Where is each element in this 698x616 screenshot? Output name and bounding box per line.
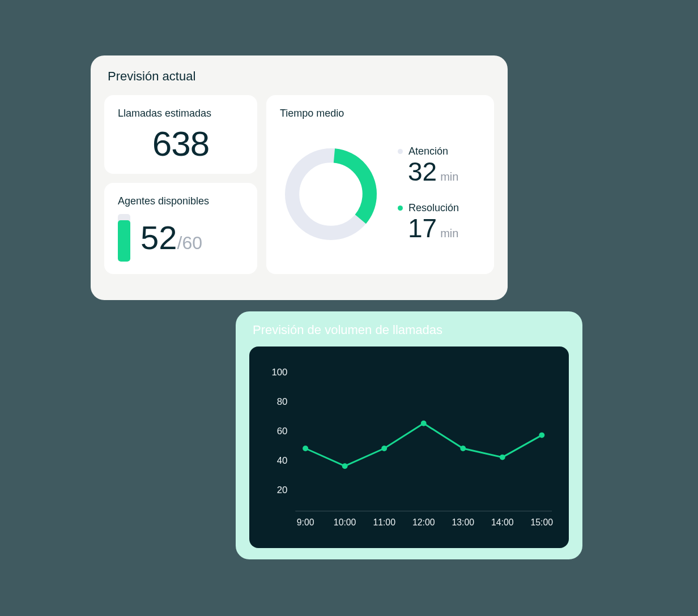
legend-attention-label: Atención <box>408 146 448 157</box>
y-tick-label: 60 <box>277 426 288 437</box>
avg-time-label: Tiempo medio <box>280 108 480 119</box>
donut-svg <box>280 143 382 245</box>
agents-row: 52/60 <box>118 214 244 262</box>
chart-point <box>421 421 427 426</box>
chart-point <box>500 455 505 460</box>
donut-chart <box>280 143 382 245</box>
legend-resolution-value-row: 17min <box>398 214 459 243</box>
legend-resolution: Resolución 17min <box>398 202 459 243</box>
avg-time-tile: Tiempo medio Atención 32m <box>266 95 494 274</box>
avg-time-content: Atención 32min Resolución 17min <box>280 126 480 262</box>
y-tick-label: 100 <box>271 367 287 378</box>
agents-bar-fill <box>118 220 130 262</box>
legend-resolution-unit: min <box>440 227 458 239</box>
chart-points <box>303 421 544 469</box>
x-tick-label: 9:00 <box>297 517 314 527</box>
agents-value-wrap: 52/60 <box>141 221 202 254</box>
chart-point <box>381 446 387 451</box>
legend-resolution-label: Resolución <box>408 202 459 214</box>
estimated-calls-label: Llamadas estimadas <box>118 108 244 119</box>
available-agents-tile: Agentes disponibles 52/60 <box>104 183 257 274</box>
legend-attention-value: 32 <box>408 157 437 186</box>
legend-attention-label-row: Atención <box>398 146 459 157</box>
legend-attention-dot <box>398 149 403 154</box>
volume-title: Previsión de volumen de llamadas <box>249 323 569 337</box>
volume-chart-svg: 20406080100 9:0010:0011:0012:0013:0014:0… <box>261 358 557 539</box>
chart-point <box>539 433 544 438</box>
estimated-calls-value: 638 <box>118 126 244 161</box>
legend-attention-unit: min <box>440 170 458 183</box>
legend-resolution-value: 17 <box>408 213 437 243</box>
y-tick-label: 40 <box>277 455 288 466</box>
chart-point <box>342 463 348 469</box>
agents-total: /60 <box>177 233 202 253</box>
legend-resolution-label-row: Resolución <box>398 202 459 214</box>
x-axis-labels: 9:0010:0011:0012:0013:0014:0015:00 <box>297 517 554 527</box>
y-axis-labels: 20406080100 <box>271 367 287 495</box>
forecast-title: Previsión actual <box>104 69 494 84</box>
chart-point <box>460 446 466 451</box>
legend-attention: Atención 32min <box>398 146 459 186</box>
available-agents-label: Agentes disponibles <box>118 195 244 207</box>
y-tick-label: 20 <box>277 485 288 495</box>
chart-point <box>303 446 308 451</box>
volume-chart-panel: 20406080100 9:0010:0011:0012:0013:0014:0… <box>249 346 569 548</box>
estimated-calls-tile: Llamadas estimadas 638 <box>104 95 257 174</box>
chart-line <box>305 424 542 466</box>
volume-card: Previsión de volumen de llamadas 2040608… <box>236 311 582 559</box>
x-tick-label: 15:00 <box>531 517 554 527</box>
avg-time-legend: Atención 32min Resolución 17min <box>398 146 459 242</box>
agents-bar <box>118 214 130 262</box>
x-tick-label: 10:00 <box>334 517 356 527</box>
x-tick-label: 14:00 <box>491 517 514 527</box>
metrics-left-col: Llamadas estimadas 638 Agentes disponibl… <box>104 95 257 274</box>
x-tick-label: 12:00 <box>412 517 435 527</box>
legend-resolution-dot <box>398 206 403 211</box>
y-tick-label: 80 <box>277 396 288 407</box>
forecast-card: Previsión actual Llamadas estimadas 638 … <box>91 55 508 300</box>
metrics-row: Llamadas estimadas 638 Agentes disponibl… <box>104 95 494 274</box>
x-tick-label: 13:00 <box>452 517 474 527</box>
agents-value: 52 <box>141 219 177 256</box>
legend-attention-value-row: 32min <box>398 157 459 186</box>
x-tick-label: 11:00 <box>373 517 395 527</box>
